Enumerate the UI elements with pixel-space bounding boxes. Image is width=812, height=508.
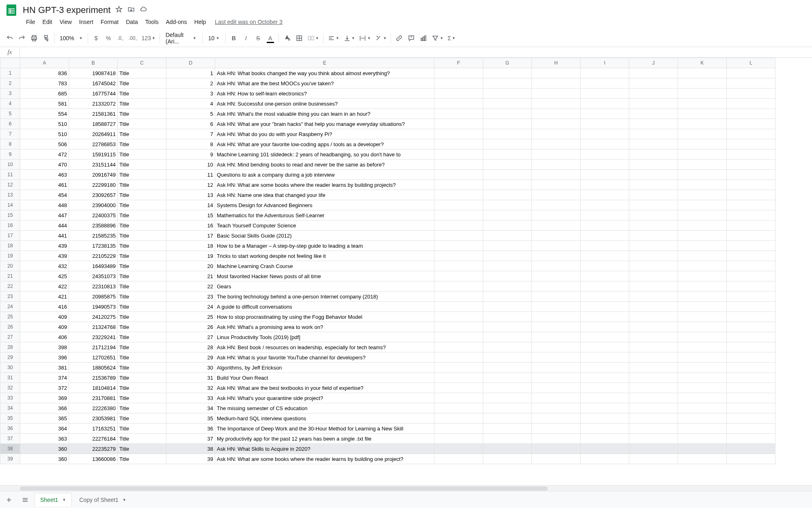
cell[interactable]: Title bbox=[118, 342, 166, 352]
cell[interactable] bbox=[434, 434, 483, 444]
row-header[interactable]: 32 bbox=[0, 383, 20, 393]
cell[interactable] bbox=[434, 241, 483, 251]
cell[interactable] bbox=[581, 363, 629, 373]
row-header[interactable]: 3 bbox=[0, 89, 20, 99]
cell[interactable]: 22400375 bbox=[69, 210, 118, 220]
cell[interactable] bbox=[483, 424, 532, 434]
cell[interactable] bbox=[727, 251, 775, 261]
cell[interactable]: 463 bbox=[20, 170, 69, 180]
cell[interactable] bbox=[678, 210, 727, 220]
cell[interactable]: 472 bbox=[20, 149, 69, 160]
cell[interactable]: How to stop procrastinating by using the… bbox=[215, 312, 434, 322]
cell[interactable] bbox=[727, 434, 775, 444]
cell[interactable] bbox=[629, 292, 678, 302]
cell[interactable]: Title bbox=[118, 68, 166, 78]
column-header-G[interactable]: G bbox=[483, 58, 532, 68]
cell[interactable] bbox=[678, 129, 727, 139]
cell[interactable]: Title bbox=[118, 373, 166, 383]
cell[interactable] bbox=[483, 352, 532, 363]
cell[interactable]: 425 bbox=[20, 271, 69, 281]
cell[interactable] bbox=[629, 383, 678, 393]
cell[interactable] bbox=[678, 68, 727, 78]
cell[interactable]: Ask HN: What is your favorite YouTube ch… bbox=[215, 352, 434, 363]
menu-tools[interactable]: Tools bbox=[142, 17, 162, 27]
cell[interactable] bbox=[581, 281, 629, 292]
row-header[interactable]: 24 bbox=[0, 302, 20, 312]
cell[interactable] bbox=[483, 322, 532, 332]
cell[interactable] bbox=[434, 119, 483, 129]
cell[interactable] bbox=[629, 352, 678, 363]
cell[interactable] bbox=[727, 352, 775, 363]
cell[interactable]: 22299180 bbox=[69, 180, 118, 190]
more-formats-button[interactable]: 123▼ bbox=[140, 32, 157, 44]
cell[interactable] bbox=[727, 393, 775, 403]
currency-button[interactable]: $ bbox=[91, 32, 102, 44]
row-header[interactable]: 39 bbox=[0, 454, 20, 464]
cell[interactable]: 374 bbox=[20, 373, 69, 383]
cell[interactable]: 363 bbox=[20, 434, 69, 444]
cell[interactable]: 364 bbox=[20, 424, 69, 434]
cell[interactable]: 406 bbox=[20, 332, 69, 342]
cell[interactable] bbox=[629, 281, 678, 292]
cell[interactable]: Title bbox=[118, 160, 166, 170]
cell[interactable]: 37 bbox=[166, 434, 215, 444]
cell[interactable]: 510 bbox=[20, 129, 69, 139]
cell[interactable] bbox=[678, 454, 727, 464]
cell[interactable] bbox=[581, 342, 629, 352]
comment-button[interactable] bbox=[406, 32, 417, 44]
cell[interactable] bbox=[434, 373, 483, 383]
cell[interactable] bbox=[483, 342, 532, 352]
menu-help[interactable]: Help bbox=[191, 17, 209, 27]
cell[interactable] bbox=[483, 89, 532, 99]
column-header-F[interactable]: F bbox=[434, 58, 483, 68]
row-header[interactable]: 4 bbox=[0, 99, 20, 109]
cell[interactable]: Mathematics for the Adventurous Self-Lea… bbox=[215, 210, 434, 220]
cell[interactable] bbox=[532, 180, 581, 190]
cell[interactable] bbox=[678, 220, 727, 231]
cell[interactable]: Title bbox=[118, 109, 166, 119]
cell[interactable] bbox=[532, 393, 581, 403]
zoom-select[interactable]: 100%▼ bbox=[57, 35, 85, 41]
cell[interactable] bbox=[678, 170, 727, 180]
cell[interactable] bbox=[629, 434, 678, 444]
cell[interactable]: 439 bbox=[20, 251, 69, 261]
cell[interactable] bbox=[581, 271, 629, 281]
cell[interactable] bbox=[581, 99, 629, 109]
cell[interactable] bbox=[581, 413, 629, 424]
cell[interactable]: Title bbox=[118, 200, 166, 210]
cell[interactable]: 21 bbox=[166, 271, 215, 281]
menu-addons[interactable]: Add-ons bbox=[162, 17, 190, 27]
cell[interactable] bbox=[727, 99, 775, 109]
cell[interactable] bbox=[629, 251, 678, 261]
cell[interactable] bbox=[483, 292, 532, 302]
cell[interactable] bbox=[434, 302, 483, 312]
cell[interactable] bbox=[629, 210, 678, 220]
cell[interactable] bbox=[727, 403, 775, 413]
cell[interactable]: Teach Yourself Computer Science bbox=[215, 220, 434, 231]
row-header[interactable]: 2 bbox=[0, 78, 20, 89]
cell[interactable] bbox=[629, 129, 678, 139]
row-header[interactable]: 34 bbox=[0, 403, 20, 413]
cell[interactable]: 15919115 bbox=[69, 149, 118, 160]
cell[interactable]: 416 bbox=[20, 302, 69, 312]
cell[interactable]: 21332072 bbox=[69, 99, 118, 109]
cell[interactable] bbox=[434, 89, 483, 99]
row-header[interactable]: 25 bbox=[0, 312, 20, 322]
cell[interactable]: Ask HN: How to self-learn electronics? bbox=[215, 89, 434, 99]
cell[interactable]: 29 bbox=[166, 352, 215, 363]
row-header[interactable]: 6 bbox=[0, 119, 20, 129]
cell[interactable] bbox=[581, 231, 629, 241]
cell[interactable] bbox=[434, 251, 483, 261]
cell[interactable]: 6 bbox=[166, 119, 215, 129]
cell[interactable] bbox=[532, 200, 581, 210]
cell[interactable] bbox=[434, 352, 483, 363]
row-header[interactable]: 29 bbox=[0, 352, 20, 363]
cell[interactable]: 366 bbox=[20, 403, 69, 413]
cell[interactable]: 581 bbox=[20, 99, 69, 109]
cell[interactable]: Machine Learning 101 slidedeck: 2 years … bbox=[215, 149, 434, 160]
link-button[interactable] bbox=[393, 32, 405, 44]
cell[interactable]: Ask HN: What are the best textbooks in y… bbox=[215, 383, 434, 393]
cell[interactable] bbox=[678, 190, 727, 200]
last-edit-link[interactable]: Last edit was on October 3 bbox=[215, 19, 283, 25]
row-header[interactable]: 26 bbox=[0, 322, 20, 332]
